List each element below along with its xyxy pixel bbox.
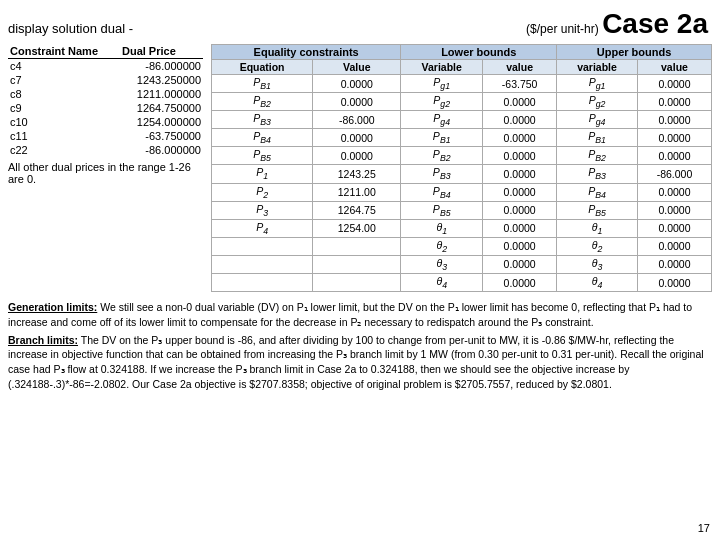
dual-value: -86.000000 (120, 143, 203, 157)
dual-note: All other dual prices in the range 1-26 … (8, 161, 203, 185)
dual-value: 1211.000000 (120, 87, 203, 101)
ub-variable: Pg4 (557, 111, 638, 129)
left-panel: Constraint Name Dual Price c4 -86.000000… (8, 44, 203, 292)
lb-variable: PB1 (401, 129, 483, 147)
ub-value: 0.0000 (637, 183, 711, 201)
page-number: 17 (698, 522, 710, 534)
ub-value: 0.0000 (637, 75, 711, 93)
eq-group-header: Equality constraints (212, 45, 401, 60)
col-lb-value: value (483, 60, 557, 75)
header: display solution dual - ($/per unit-hr) … (8, 8, 712, 40)
ub-variable: θ4 (557, 274, 638, 292)
col-equation: Equation (212, 60, 313, 75)
eq-value: 1254.00 (313, 219, 401, 237)
table-row: P1 1243.25 PB3 0.0000 PB3 -86.000 (212, 165, 712, 183)
ub-variable: PB3 (557, 165, 638, 183)
header-subtitle: ($/per unit-hr) Case 2a (133, 8, 712, 40)
eq-value: 0.0000 (313, 129, 401, 147)
eq-value: 0.0000 (313, 75, 401, 93)
dual-value: 1243.250000 (120, 73, 203, 87)
constraint-name: c11 (8, 129, 120, 143)
ub-value: 0.0000 (637, 219, 711, 237)
lb-value: 0.0000 (483, 129, 557, 147)
eq-name: PB5 (212, 147, 313, 165)
dual-price-table: Constraint Name Dual Price c4 -86.000000… (8, 44, 203, 157)
lb-value: 0.0000 (483, 201, 557, 219)
lb-variable: θ3 (401, 255, 483, 273)
col-eq-value: Value (313, 60, 401, 75)
ub-variable: θ3 (557, 255, 638, 273)
ub-value: 0.0000 (637, 93, 711, 111)
left-table-row: c4 -86.000000 (8, 59, 203, 74)
lb-variable: Pg4 (401, 111, 483, 129)
lb-value: -63.750 (483, 75, 557, 93)
constraints-table: Equality constraints Lower bounds Upper … (211, 44, 712, 292)
lb-value: 0.0000 (483, 255, 557, 273)
footnote: Branch limits: The DV on the P₃ upper bo… (8, 333, 712, 392)
lb-variable: θ4 (401, 274, 483, 292)
left-table-row: c9 1264.750000 (8, 101, 203, 115)
lb-value: 0.0000 (483, 183, 557, 201)
right-panel: Equality constraints Lower bounds Upper … (211, 44, 712, 292)
dual-value: 1254.000000 (120, 115, 203, 129)
constraint-name: c7 (8, 73, 120, 87)
dual-value: -86.000000 (120, 59, 203, 74)
lb-value: 0.0000 (483, 274, 557, 292)
ub-value: 0.0000 (637, 274, 711, 292)
eq-value (313, 255, 401, 273)
eq-value: 1211.00 (313, 183, 401, 201)
lb-variable: PB4 (401, 183, 483, 201)
footnote-text: The DV on the P₃ upper bound is -86, and… (8, 334, 704, 390)
col-dual-price: Dual Price (120, 44, 203, 59)
lb-variable: PB2 (401, 147, 483, 165)
constraint-name: c9 (8, 101, 120, 115)
table-row: θ4 0.0000 θ4 0.0000 (212, 274, 712, 292)
lb-value: 0.0000 (483, 111, 557, 129)
lb-value: 0.0000 (483, 219, 557, 237)
ub-variable: θ1 (557, 219, 638, 237)
footnote-text: We still see a non-0 dual variable (DV) … (8, 301, 692, 328)
lb-value: 0.0000 (483, 147, 557, 165)
constraint-name: c22 (8, 143, 120, 157)
footnotes: Generation limits: We still see a non-0 … (8, 300, 712, 391)
header-left-title: display solution dual - (8, 21, 133, 36)
eq-name (212, 255, 313, 273)
table-row: θ2 0.0000 θ2 0.0000 (212, 237, 712, 255)
col-ub-variable: variable (557, 60, 638, 75)
lb-group-header: Lower bounds (401, 45, 557, 60)
ub-value: 0.0000 (637, 129, 711, 147)
left-table-row: c22 -86.000000 (8, 143, 203, 157)
main-content: Constraint Name Dual Price c4 -86.000000… (8, 44, 712, 292)
ub-variable: PB5 (557, 201, 638, 219)
eq-name (212, 274, 313, 292)
dual-value: -63.750000 (120, 129, 203, 143)
table-row: θ3 0.0000 θ3 0.0000 (212, 255, 712, 273)
footnote-prefix: Generation limits: (8, 301, 97, 313)
ub-variable: θ2 (557, 237, 638, 255)
col-lb-variable: Variable (401, 60, 483, 75)
lb-variable: Pg1 (401, 75, 483, 93)
ub-value: -86.000 (637, 165, 711, 183)
table-row: P2 1211.00 PB4 0.0000 PB4 0.0000 (212, 183, 712, 201)
constraint-name: c10 (8, 115, 120, 129)
eq-name: PB4 (212, 129, 313, 147)
eq-name: P3 (212, 201, 313, 219)
footnote-prefix: Branch limits: (8, 334, 78, 346)
ub-value: 0.0000 (637, 237, 711, 255)
constraint-name: c4 (8, 59, 120, 74)
ub-value: 0.0000 (637, 147, 711, 165)
footnote: Generation limits: We still see a non-0 … (8, 300, 712, 329)
eq-value: 0.0000 (313, 93, 401, 111)
eq-value (313, 237, 401, 255)
table-row: PB2 0.0000 Pg2 0.0000 Pg2 0.0000 (212, 93, 712, 111)
table-row: P4 1254.00 θ1 0.0000 θ1 0.0000 (212, 219, 712, 237)
eq-name: P2 (212, 183, 313, 201)
eq-name: PB3 (212, 111, 313, 129)
eq-name: PB1 (212, 75, 313, 93)
ub-variable: PB4 (557, 183, 638, 201)
eq-name: PB2 (212, 93, 313, 111)
left-table-row: c7 1243.250000 (8, 73, 203, 87)
table-row: PB3 -86.000 Pg4 0.0000 Pg4 0.0000 (212, 111, 712, 129)
ub-variable: Pg2 (557, 93, 638, 111)
lb-variable: θ1 (401, 219, 483, 237)
